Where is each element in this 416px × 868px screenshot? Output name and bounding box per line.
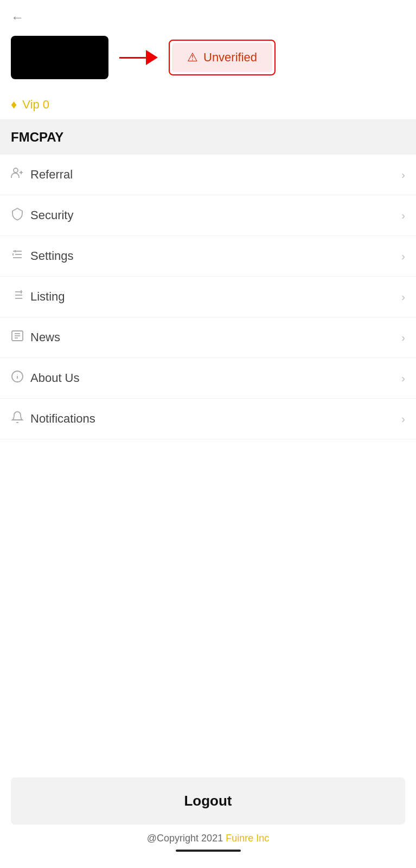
security-chevron: › (401, 209, 405, 222)
referral-chevron: › (401, 169, 405, 181)
security-icon (11, 207, 30, 224)
unverified-badge-wrapper: ⚠ Unverified (169, 40, 276, 75)
settings-label: Settings (30, 249, 401, 263)
arrow-head (146, 50, 158, 65)
section-header: FMCPAY (0, 120, 416, 155)
arrow-line (119, 57, 146, 59)
back-button[interactable]: ← (0, 0, 416, 30)
logout-button[interactable]: Logout (11, 777, 405, 825)
notifications-chevron: › (401, 413, 405, 425)
about-us-label: About Us (30, 371, 401, 385)
settings-icon (11, 248, 30, 264)
about-us-chevron: › (401, 372, 405, 385)
avatar (11, 36, 108, 79)
menu-item-security[interactable]: Security › (0, 195, 416, 236)
menu-item-notifications[interactable]: Notifications › (0, 399, 416, 439)
listing-label: Listing (30, 290, 401, 304)
notifications-label: Notifications (30, 412, 401, 426)
notifications-icon (11, 411, 30, 427)
home-indicator (176, 850, 241, 852)
about-us-icon (11, 370, 30, 386)
vip-diamond-icon: ♦ (11, 98, 17, 112)
referral-icon (11, 167, 30, 183)
copyright-text: @Copyright 2021 (147, 833, 226, 844)
menu-item-settings[interactable]: Settings › (0, 236, 416, 277)
menu-item-referral[interactable]: Referral › (0, 155, 416, 195)
svg-point-0 (14, 168, 18, 173)
news-icon (11, 329, 30, 346)
news-label: News (30, 330, 401, 344)
menu-list: Referral › Security › Settings › (0, 155, 416, 439)
warning-icon: ⚠ (187, 50, 198, 65)
menu-item-listing[interactable]: Listing › (0, 277, 416, 317)
settings-chevron: › (401, 250, 405, 263)
security-label: Security (30, 208, 401, 222)
unverified-badge[interactable]: ⚠ Unverified (172, 43, 272, 72)
vip-label: Vip 0 (22, 98, 49, 112)
section-title: FMCPAY (11, 130, 63, 144)
news-chevron: › (401, 331, 405, 344)
listing-chevron: › (401, 291, 405, 303)
back-arrow-icon: ← (11, 10, 24, 25)
annotation-arrow (119, 50, 158, 65)
footer: @Copyright 2021 Fuinre Inc (0, 833, 416, 857)
vip-row[interactable]: ♦ Vip 0 (0, 90, 416, 120)
menu-item-about-us[interactable]: About Us › (0, 358, 416, 399)
referral-label: Referral (30, 168, 401, 182)
unverified-label: Unverified (203, 50, 257, 65)
logout-section: Logout (0, 777, 416, 825)
profile-header: ⚠ Unverified (0, 30, 416, 90)
menu-item-news[interactable]: News › (0, 317, 416, 358)
brand-text: Fuinre Inc (226, 833, 269, 844)
listing-icon (11, 289, 30, 305)
